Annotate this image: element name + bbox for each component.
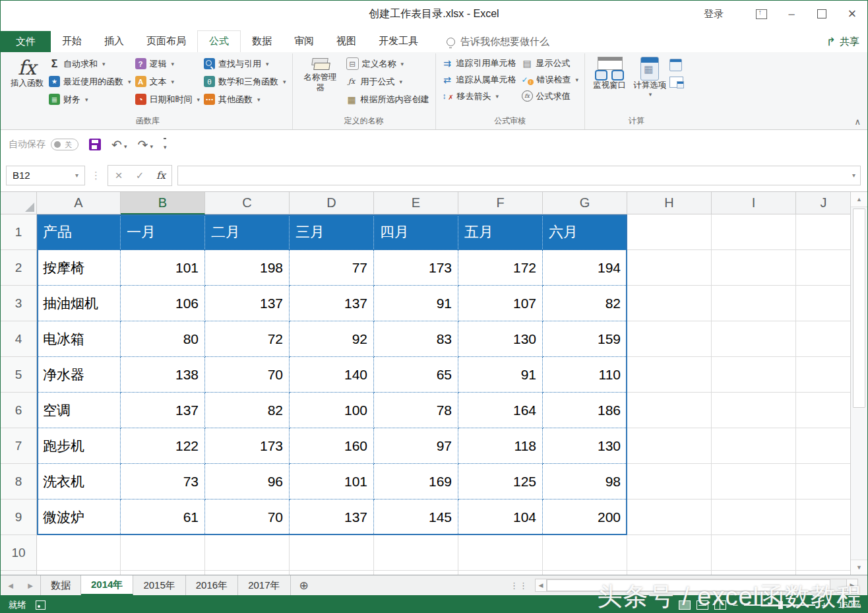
page-break-view-button[interactable] [714,600,726,610]
undo-dropdown[interactable] [123,137,127,152]
ribbon-tab-数据[interactable]: 数据 [241,31,283,52]
financial-button[interactable]: 财务 [47,90,133,108]
customize-qat-button[interactable] [164,138,167,152]
show-formulas-button[interactable]: 显示公式 [520,55,581,71]
cell-F4[interactable]: 130 [458,321,543,357]
cell-A5[interactable]: 净水器 [37,357,121,393]
redo-dropdown[interactable] [148,137,153,152]
watch-window-button[interactable]: 监视窗口 [589,55,630,93]
horizontal-scrollbar[interactable] [535,575,858,595]
vertical-scrollbar[interactable] [850,192,867,575]
insert-function-button[interactable]: fx 插入函数 [7,55,47,91]
insert-function-fx-button[interactable] [150,170,171,181]
cell-D10[interactable] [290,535,374,571]
cell-E8[interactable]: 169 [374,464,458,500]
horizontal-scroll-thumb[interactable] [547,579,830,591]
cell-C8[interactable]: 96 [205,464,290,500]
cell-F6[interactable]: 164 [458,393,543,428]
cell-H1[interactable] [627,214,712,250]
cell-J7[interactable] [796,428,850,464]
tell-me-box[interactable]: 告诉我你想要做什么 [447,31,549,52]
cell-F7[interactable]: 118 [458,428,543,464]
cell-G7[interactable]: 130 [543,428,627,464]
zoom-out-button[interactable] [732,599,738,610]
autosave-toggle[interactable]: 关 [51,139,78,150]
use-in-formula-button[interactable]: 用于公式 [344,73,431,90]
name-manager-button[interactable]: 名称管理器 [297,55,344,95]
row-header-2[interactable]: 2 [1,250,37,286]
sign-in-button[interactable]: 登录 [704,8,724,20]
cancel-button[interactable] [108,168,129,183]
cell-C5[interactable]: 70 [205,357,290,393]
remove-arrows-button[interactable]: 移去箭头 [440,88,518,104]
cell-J3[interactable] [796,286,850,321]
cell-D5[interactable]: 140 [290,357,374,393]
cell-F1[interactable]: 五月 [458,214,543,250]
cell-A4[interactable]: 电冰箱 [37,321,121,357]
horizontal-scroll-track[interactable] [547,579,846,592]
formula-bar-expand-icon[interactable] [852,172,860,179]
row-header-9[interactable]: 9 [1,500,37,535]
zoom-in-button[interactable] [821,599,827,610]
row-header-7[interactable]: 7 [1,428,37,464]
cell-I2[interactable] [712,250,796,286]
cell-B10[interactable] [121,535,205,571]
ribbon-tab-页面布局[interactable]: 页面布局 [135,31,197,52]
cell-J4[interactable] [796,321,850,357]
recent-functions-button[interactable]: 最近使用的函数 [47,73,133,90]
cell-A2[interactable]: 按摩椅 [37,250,121,286]
cell-D4[interactable]: 92 [290,321,374,357]
undo-button[interactable] [111,137,127,152]
cell-G8[interactable]: 98 [543,464,627,500]
cell-G10[interactable] [543,535,627,571]
cell-H5[interactable] [627,357,712,393]
cell-A9[interactable]: 微波炉 [37,500,121,535]
cell-G3[interactable]: 82 [543,286,627,321]
page-layout-view-button[interactable] [697,600,708,610]
cell-B9[interactable]: 61 [121,500,205,535]
column-header-E[interactable]: E [374,192,458,214]
select-all-button[interactable] [1,192,37,214]
row-header-3[interactable]: 3 [1,286,37,321]
cell-A3[interactable]: 抽油烟机 [37,286,121,321]
cell-B7[interactable]: 122 [121,428,205,464]
sheet-nav-next-button[interactable] [20,575,40,595]
scroll-down-arrow[interactable] [851,560,867,575]
autosum-button[interactable]: 自动求和 [47,55,133,73]
lookup-reference-button[interactable]: 查找与引用 [202,55,288,73]
cell-B5[interactable]: 138 [121,357,205,393]
name-box-dropdown-icon[interactable] [75,172,78,179]
error-checking-button[interactable]: 错误检查 [520,71,581,88]
cell-J1[interactable] [796,214,850,250]
column-header-D[interactable]: D [290,192,374,214]
cell-A8[interactable]: 洗衣机 [37,464,121,500]
cell-J10[interactable] [796,535,850,571]
ribbon-display-options-button[interactable] [746,1,776,27]
trace-precedents-button[interactable]: 追踪引用单元格 [440,55,518,71]
cell-C9[interactable]: 70 [205,500,290,535]
cell-D1[interactable]: 三月 [290,214,374,250]
name-box-splitter[interactable] [85,170,108,181]
cell-C3[interactable]: 137 [205,286,290,321]
cell-B8[interactable]: 73 [121,464,205,500]
ribbon-tab-插入[interactable]: 插入 [93,31,135,52]
cell-F5[interactable]: 91 [458,357,543,393]
ribbon-tab-开发工具[interactable]: 开发工具 [367,31,429,52]
cell-I1[interactable] [712,214,796,250]
cell-D2[interactable]: 77 [290,250,374,286]
cell-I7[interactable] [712,428,796,464]
cell-F9[interactable]: 104 [458,500,543,535]
cell-E9[interactable]: 145 [374,500,458,535]
cell-J8[interactable] [796,464,850,500]
column-header-G[interactable]: G [543,192,627,214]
normal-view-button[interactable] [679,600,691,610]
ribbon-tab-视图[interactable]: 视图 [325,31,367,52]
cell-C2[interactable]: 198 [205,250,290,286]
create-from-selection-button[interactable]: 根据所选内容创建 [344,90,431,108]
cell-J2[interactable] [796,250,850,286]
cell-A7[interactable]: 跑步机 [37,428,121,464]
cell-D6[interactable]: 100 [290,393,374,428]
cell-G2[interactable]: 194 [543,250,627,286]
ribbon-tab-file[interactable]: 文件 [1,31,51,52]
cell-D3[interactable]: 137 [290,286,374,321]
